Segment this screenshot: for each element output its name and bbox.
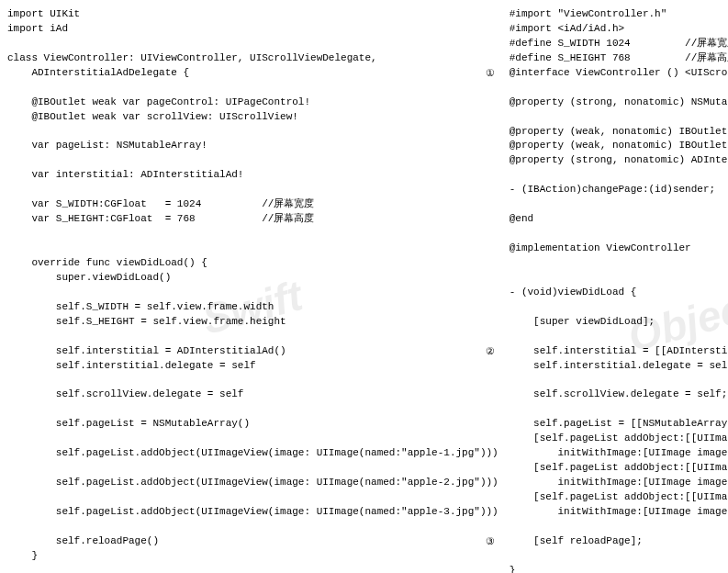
swift-line: @IBOutlet weak var pageControl: UIPageCo… [7,96,498,110]
objc-line: #import <iAd/iAd.h> [510,22,728,37]
objc-line: [self.pageList addObject:[[UIImageView a… [510,432,728,446]
swift-line [7,242,498,256]
code-comparison: Swift import UIKitimport iAd class ViewC… [7,7,721,573]
annotation-marker: ③ [486,534,495,549]
swift-line [7,125,498,140]
swift-line: @IBOutlet weak var scrollView: UIScrollV… [7,110,498,125]
objc-line [510,520,728,534]
swift-line: self.scrollView.delegate = self [7,388,498,402]
swift-line: class ViewController: UIViewController, … [7,51,498,66]
objc-line: #define S_WIDTH 1024 //屏幕宽度 [510,37,728,51]
swift-line: self.pageList.addObject(UIImageView(imag… [7,446,498,461]
swift-line [7,373,498,388]
objc-line: initWithImage:[UIImage imageNamed:@"appl… [510,446,728,461]
objc-line [510,227,728,242]
swift-line: var S_WIDTH:CGFloat = 1024 //屏幕宽度 [7,197,498,212]
objc-line: - (IBAction)changePage:(id)sender; [510,183,728,197]
swift-line [7,564,498,573]
swift-line [7,153,498,168]
objc-line [510,549,728,564]
objc-line [510,197,728,212]
objc-line: [self reloadPage];③ [510,534,728,549]
objc-line [510,300,728,315]
objc-line: - (void)viewDidLoad { [510,286,728,300]
swift-line: self.pageList.addObject(UIImageView(imag… [7,505,498,520]
objc-line: self.interstitial = [[ADInterstitialAd a… [510,344,728,359]
annotation-marker: ① [486,66,495,81]
objc-line: #define S_HEIGHT 768 //屏幕高度 [510,51,728,66]
objc-line [510,402,728,417]
swift-line: self.pageList.addObject(UIImageView(imag… [7,476,498,490]
swift-line: self.reloadPage()③ [7,534,498,549]
swift-column: Swift import UIKitimport iAd class ViewC… [7,7,498,573]
swift-line [7,227,498,242]
swift-line: var pageList: NSMutableArray! [7,139,498,153]
swift-line: import iAd [7,22,498,37]
swift-line [7,37,498,51]
objc-line [510,168,728,183]
swift-line: } [7,549,498,564]
swift-line [7,81,498,96]
objc-line: @property (weak, nonatomic) IBOutlet UIS… [510,125,728,140]
swift-line [7,432,498,446]
objc-column: Objective-C #import "ViewController.h"#i… [510,7,728,573]
swift-line: self.S_WIDTH = self.view.frame.width [7,300,498,315]
swift-line [7,286,498,300]
swift-line [7,461,498,476]
swift-line [7,183,498,197]
objc-line: @property (weak, nonatomic) IBOutlet UIP… [510,139,728,153]
objc-line [510,271,728,286]
swift-line: import UIKit [7,7,498,22]
swift-line: self.pageList = NSMutableArray() [7,417,498,432]
swift-line: self.interstitial.delegate = self [7,359,498,374]
swift-line: override func viewDidLoad() { [7,256,498,271]
objc-line: @end [510,212,728,227]
objc-line [510,110,728,125]
swift-line: var S_HEIGHT:CGFloat = 768 //屏幕高度 [7,212,498,227]
objc-line: initWithImage:[UIImage imageNamed:@"appl… [510,476,728,490]
objc-line: @implementation ViewController [510,242,728,256]
swift-line: var interstitial: ADInterstitialAd! [7,168,498,183]
objc-line [510,256,728,271]
objc-line [510,373,728,388]
objc-line: } [510,564,728,573]
swift-line [7,402,498,417]
objc-line: @interface ViewController () <UIScrollVi… [510,66,728,81]
swift-line: ADInterstitialAdDelegate {① [7,66,498,81]
objc-line: self.pageList = [[NSMutableArray alloc] … [510,417,728,432]
objc-line [510,330,728,344]
objc-line: [super viewDidLoad]; [510,315,728,330]
objc-line: self.scrollView.delegate = self; [510,388,728,402]
objc-line: [self.pageList addObject:[[UIImageView a… [510,490,728,505]
objc-line [510,81,728,96]
swift-line: self.S_HEIGHT = self.view.frame.height [7,315,498,330]
objc-line: initWithImage:[UIImage imageNamed:@"appl… [510,505,728,520]
objc-line: self.interstitial.delegate = self; [510,359,728,374]
swift-line [7,330,498,344]
objc-line: #import "ViewController.h" [510,7,728,22]
swift-line: self.interstitial = ADInterstitialAd()② [7,344,498,359]
objc-line: @property (strong, nonatomic) NSMutableA… [510,96,728,110]
annotation-marker: ② [486,344,495,359]
objc-line: @property (strong, nonatomic) ADIntersti… [510,153,728,168]
swift-line [7,520,498,534]
objc-line: [self.pageList addObject:[[UIImageView a… [510,461,728,476]
swift-line [7,490,498,505]
swift-line: super.viewDidLoad() [7,271,498,286]
